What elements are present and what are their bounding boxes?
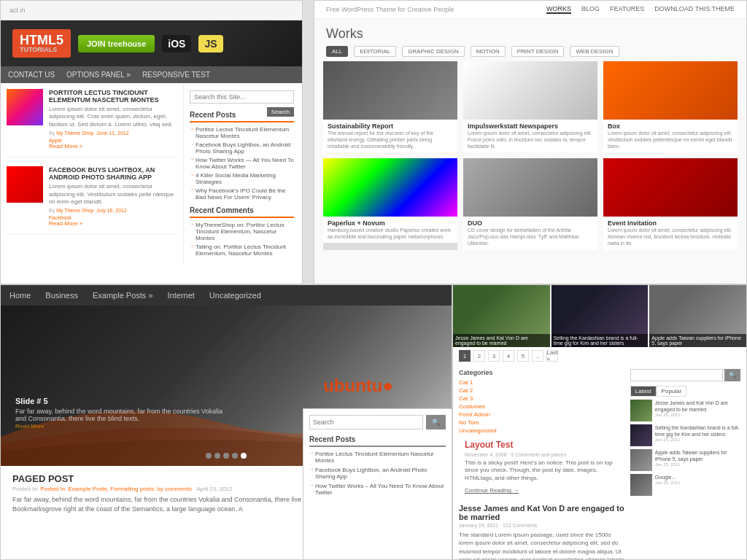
work-item-5: DUO CD cover design for derbettallen of … xyxy=(463,158,597,249)
page-5[interactable]: 5 xyxy=(517,350,529,362)
page-1[interactable]: 1 xyxy=(459,350,471,362)
work2-name: Impulswerkstatt Newspapers xyxy=(468,122,593,130)
panel-search-sidebar: 🔍 Recent Posts Portitor Lectus Tincidunt… xyxy=(303,408,452,560)
post2-cat: Facebook xyxy=(49,215,177,220)
cat-5[interactable]: Front Admin xyxy=(459,411,624,418)
dot-2[interactable] xyxy=(214,453,220,459)
filter-all[interactable]: ALL xyxy=(326,46,348,57)
cat-2[interactable]: Cat 2 xyxy=(459,387,624,394)
mini-img-1 xyxy=(630,400,652,421)
mini-date-4: Jan 25, 2011 xyxy=(655,481,681,485)
nav-business[interactable]: Business xyxy=(45,291,78,300)
work3-info: Box Lorem ipsum dolor sit amet, consecte… xyxy=(603,120,738,152)
panel6-search: 🔍 xyxy=(303,409,452,435)
post-category-link[interactable]: Posted In: Example Posts, Formatting pos… xyxy=(40,486,192,492)
cat-4[interactable]: Costumes xyxy=(459,403,624,410)
works-filter: ALL EDITORIAL GRAPHIC DESIGN MOTION PRIN… xyxy=(326,46,735,57)
post2-meta: By My Theme Shop July 16, 2012 xyxy=(49,208,177,213)
thumb-1: Jesse James and Kat Von D are engaged to… xyxy=(453,285,550,347)
recent-comment-2[interactable]: Tailing on: Portitor Lectus Tincidunt El… xyxy=(190,244,294,257)
nav-features[interactable]: FEATURES xyxy=(610,5,644,14)
panel3-nav: WORKS BLOG FEATURES DOWNLOAD THIS THEME xyxy=(546,5,735,14)
mini-post-3: Apple adds Taiwan suppliers for iPhone 5… xyxy=(630,449,740,471)
recent-comment-1[interactable]: MyThemeShop on: Portitor Lectus Tincidun… xyxy=(190,222,294,241)
panel1-nav: CONTACT US OPTIONS PANEL » RESPONSIVE TE… xyxy=(1,66,302,83)
filter-print[interactable]: PRINT DESIGN xyxy=(511,46,565,57)
search-input[interactable] xyxy=(190,90,294,104)
panel-photo-blog: Jesse James and Kat Von D are engaged to… xyxy=(452,284,747,560)
dot-5[interactable] xyxy=(241,453,247,459)
post1-text: Lorem ipsum dolor sit amet, consectetur … xyxy=(49,106,177,128)
filter-graphic[interactable]: GRAPHIC DESIGN xyxy=(402,46,464,57)
page-3[interactable]: 3 xyxy=(488,350,500,362)
work1-name: Sustainability Report xyxy=(328,122,453,130)
search-button[interactable]: Search xyxy=(267,107,294,117)
nav-blog[interactable]: BLOG xyxy=(581,5,600,14)
tab-popular[interactable]: Popular xyxy=(657,386,687,397)
mini-img-3 xyxy=(630,449,652,471)
page-last[interactable]: Last » xyxy=(546,350,558,362)
slide-text: Slide # 5 Far far away, behind the word … xyxy=(15,397,234,429)
cat-6[interactable]: No Tom xyxy=(459,419,624,426)
work-item-2: Impulswerkstatt Newspapers Lorem ipsum d… xyxy=(463,61,597,152)
thumb2-caption: Selling the Kardashian brand is a full-t… xyxy=(551,334,649,347)
post1-cat: Apple xyxy=(49,138,177,143)
recent-post-5[interactable]: Why Facebook's IPO Could Be the Bad News… xyxy=(190,187,294,201)
work4-info: Paperlux + Novum Hamburg-based creative … xyxy=(323,217,457,243)
tab-latest[interactable]: Latest xyxy=(630,386,657,397)
panel-works-portfolio: Free WordPress Theme for Creative People… xyxy=(314,0,747,284)
recent-post-3[interactable]: How Twitter Works — All You Need To Know… xyxy=(190,157,294,170)
dot-4[interactable] xyxy=(232,453,238,459)
layout-readmore[interactable]: Continue Reading → xyxy=(465,487,519,494)
post1-readmore[interactable]: Read More » xyxy=(49,143,177,149)
panel6-recent-2[interactable]: Facebook Buys Lightbox, an Android Photo… xyxy=(309,467,446,480)
recent-post-2[interactable]: Facebook Buys Lightbox, an Android Photo… xyxy=(190,141,294,155)
layout-text: This is a sticky post!! Here's an notice… xyxy=(465,459,619,482)
nav-contact[interactable]: CONTACT US xyxy=(8,71,55,79)
cat-3[interactable]: Cat 3 xyxy=(459,395,624,402)
mini-date-1: Jan 25, 2011 xyxy=(655,413,740,417)
nav-example[interactable]: Example Posts » xyxy=(93,291,153,300)
nav-download[interactable]: DOWNLOAD THIS THEME xyxy=(654,5,735,14)
work6-name: Event Invitation xyxy=(608,219,733,227)
work5-info: DUO CD cover design for derbettallen of … xyxy=(463,217,597,249)
thumb3-caption: Apple adds Taiwan suppliers for iPhone 5… xyxy=(649,334,746,347)
panel6-search-button[interactable]: 🔍 xyxy=(426,415,446,429)
dot-1[interactable] xyxy=(206,453,212,459)
cat-7[interactable]: Uncategorized xyxy=(459,427,624,434)
slide-caption: Far far away, behind the word mountains,… xyxy=(15,408,234,422)
cat-1[interactable]: Cat 1 xyxy=(459,379,624,386)
post1-date: June 11, 2012 xyxy=(96,131,128,136)
slide-readmore[interactable]: Read More xyxy=(15,423,44,429)
thumb-3: Apple adds Taiwan suppliers for iPhone 5… xyxy=(649,285,746,347)
post-1: PORTITOR LECTUS TINCIDUNT ELEMENTUM NASC… xyxy=(7,89,177,158)
dot-3[interactable] xyxy=(223,453,229,459)
panel6-search-input[interactable] xyxy=(309,415,423,429)
blog-search-input[interactable] xyxy=(630,369,723,381)
page-2[interactable]: 2 xyxy=(473,350,485,362)
nav-works[interactable]: WORKS xyxy=(546,5,571,14)
panel6-recent-1[interactable]: Portitor Lectus Tincidunt Elementum Nasc… xyxy=(309,451,446,464)
filter-motion[interactable]: MOTION xyxy=(471,46,506,57)
recent-post-1[interactable]: Portitor Lectus Tincidunt Elementum Nasc… xyxy=(190,126,294,139)
panel4-right: 🔍 Latest Popular Jesse James and Kat Von… xyxy=(630,369,740,560)
nav-options[interactable]: OPTIONS PANEL » xyxy=(66,71,131,79)
post2-date: July 16, 2012 xyxy=(96,208,127,213)
thumb-2: Selling the Kardashian brand is a full-t… xyxy=(551,285,649,347)
recent-post-4[interactable]: 4 Killer Social Media Marketing Strategi… xyxy=(190,172,294,185)
panel6-recent-3[interactable]: How Twitter Works – All You Need To Know… xyxy=(309,483,446,496)
nav-internet[interactable]: Internet xyxy=(168,291,195,300)
filter-web[interactable]: WEB DESIGN xyxy=(570,46,619,57)
mini-text-3: Apple adds Taiwan suppliers for iPhone 5… xyxy=(655,449,740,462)
join-treehouse-button[interactable]: JOIN treehouse xyxy=(78,35,155,52)
nav-responsive[interactable]: RESPONSIVE TEST xyxy=(142,71,210,79)
blog-search-button[interactable]: 🔍 xyxy=(724,369,740,381)
page-4[interactable]: 4 xyxy=(503,350,514,362)
html5-badge: HTML5 TUTORIALS xyxy=(12,29,71,58)
post2-readmore[interactable]: Read More » xyxy=(49,220,177,227)
filter-editorial[interactable]: EDITORIAL xyxy=(354,46,396,57)
nav-home[interactable]: Home xyxy=(9,291,31,300)
works-title: Works xyxy=(326,26,735,42)
nav-uncategorized[interactable]: Uncategorized xyxy=(209,291,261,300)
panel6-recent: Recent Posts Portitor Lectus Tincidunt E… xyxy=(303,435,452,496)
